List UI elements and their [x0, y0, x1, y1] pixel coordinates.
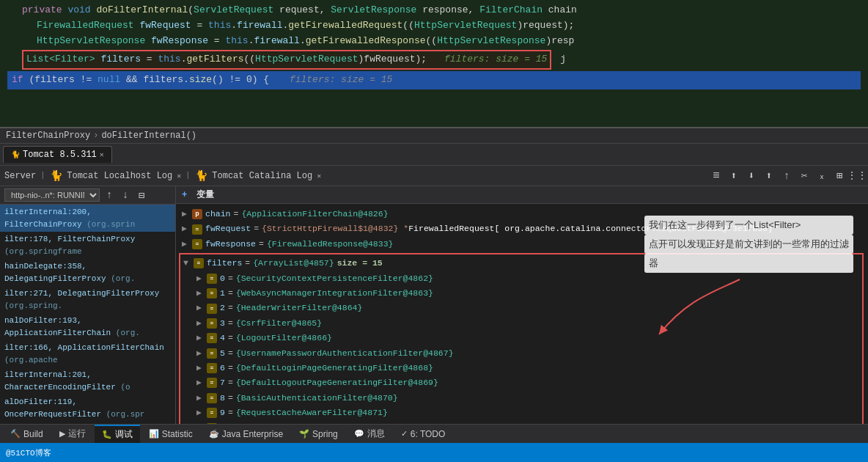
breadcrumb-sep1: › — [93, 131, 98, 141]
java-enterprise-label: Java Enterprise — [222, 429, 283, 439]
stack-frame-0[interactable]: ilterInternal:200, FilterChainProxy (org… — [0, 205, 175, 232]
bottom-tab-spring[interactable]: 🌱 Spring — [292, 427, 345, 441]
stack-frame-4[interactable]: nalDoFilter:193, ApplicationFilterChain … — [0, 313, 175, 340]
var-row-fwRequest[interactable]: ▶ = fwRequest = {StrictHttpFirewall$1@48… — [176, 221, 868, 236]
var-name-chain: chain — [205, 208, 231, 221]
main-tab-close[interactable]: ✕ — [100, 150, 104, 159]
var-row-f5[interactable]: ▶ = 5 = {UsernamePasswordAuthenticationF… — [182, 346, 861, 361]
var-icon-fwRequest: = — [192, 224, 202, 235]
var-toggle-fwRequest[interactable]: ▶ — [182, 222, 192, 235]
run-icon: ▶ — [59, 429, 65, 439]
var-icon-fwResponse: = — [192, 239, 202, 249]
messages-label: 消息 — [367, 428, 385, 440]
download-icon[interactable]: ⬇ — [745, 169, 758, 183]
vars-header: + 变量 — [176, 186, 868, 204]
debug-icon: 🐛 — [102, 430, 112, 439]
up-arrow-icon[interactable]: ↑ — [103, 188, 116, 202]
export-icon[interactable]: ⬆ — [727, 169, 740, 183]
var-eq-fwResponse: = — [259, 238, 264, 251]
var-icon-chain: p — [192, 209, 202, 219]
var-toggle-fwResponse[interactable]: ▶ — [182, 238, 192, 251]
vars-panel: + 变量 ▶ p chain = {ApplicationFilterChain… — [176, 186, 868, 462]
subscript-icon[interactable]: ₓ — [815, 169, 828, 183]
bottom-tab-statistic[interactable]: 📊 Statistic — [141, 427, 200, 441]
build-label: Build — [23, 429, 43, 439]
stack-frame-3[interactable]: ilter:271, DelegatingFilterProxy (org.sp… — [0, 286, 175, 313]
down-arrow-icon[interactable]: ↓ — [119, 188, 132, 202]
tomcat-icon: 🐈 — [11, 150, 20, 159]
run-label: 运行 — [68, 428, 86, 440]
var-row-f2[interactable]: ▶ = 2 = {HeaderWriterFilter@4864} — [182, 301, 861, 315]
stack-frame-1[interactable]: ilter:178, FilterChainProxy (org.springf… — [0, 232, 175, 259]
main-wrapper: private void doFilterInternal(ServletReq… — [0, 0, 868, 462]
var-row-f8[interactable]: ▶ = 8 = {BasicAuthenticationFilter@4870} — [182, 391, 861, 406]
var-row-filters[interactable]: ▼ = filters = {ArrayList@4857} size = 15 — [182, 256, 861, 271]
var-eq-fwRequest: = — [254, 222, 259, 235]
var-row-chain[interactable]: ▶ p chain = {ApplicationFilterChain@4826… — [176, 207, 868, 221]
tab-catalina-log[interactable]: Tomcat Catalina Log — [212, 171, 312, 181]
tab-localhost-log[interactable]: Tomcat Localhost Log — [67, 171, 172, 181]
code-line-1: private void doFilterInternal(ServletReq… — [7, 3, 861, 18]
code-area: private void doFilterInternal(ServletReq… — [0, 0, 868, 128]
tab3-close[interactable]: ✕ — [317, 172, 321, 180]
var-row-fwResponse[interactable]: ▶ = fwResponse = {FirewalledResponse@483… — [176, 237, 868, 252]
bottom-tab-messages[interactable]: 💬 消息 — [347, 425, 392, 442]
code-line-3: HttpServletResponse fwResponse = this.fi… — [7, 34, 861, 49]
var-row-f3[interactable]: ▶ = 3 = {CsrfFilter@4865} — [182, 316, 861, 331]
stack-frame-5[interactable]: ilter:166, ApplicationFilterChain (org.a… — [0, 340, 175, 367]
main-tab-label: Tomcat 8.5.311 — [23, 150, 97, 160]
stack-frame-6[interactable]: ilterInternal:201, CharacterEncodingFilt… — [0, 367, 175, 395]
spring-label: Spring — [312, 429, 338, 439]
filter-icon[interactable]: ⊟ — [135, 188, 148, 202]
code-line-4-wrapper: List<Filter> filters = this.getFilters((… — [7, 50, 861, 70]
bottom-tabs: 🔨 Build ▶ 运行 🐛 调试 📊 Statistic ☕ Java Ent… — [0, 424, 868, 443]
var-row-f7[interactable]: ▶ = 7 = {DefaultLogoutPageGeneratingFilt… — [182, 375, 861, 390]
left-panel: http-nio-..n*: RUNNING ↑ ↓ ⊟ ilterIntern… — [0, 186, 176, 462]
kw-private: private — [22, 4, 67, 15]
stack-frame-2[interactable]: hainDelegate:358, DelegatingFilterProxy … — [0, 259, 175, 286]
content-area: private void doFilterInternal(ServletReq… — [0, 0, 868, 462]
var-row-f9[interactable]: ▶ = 9 = {RequestCacheAwareFilter@4871} — [182, 406, 861, 420]
vars-plus-icon[interactable]: + — [182, 190, 187, 200]
var-row-f4[interactable]: ▶ = 4 = {LogoutFilter@4866} — [182, 331, 861, 345]
var-row-f1[interactable]: ▶ = 1 = {WebAsyncManagerIntegrationFilte… — [182, 286, 861, 301]
table-icon[interactable]: ⊞ — [833, 169, 846, 183]
align-icon[interactable]: ≡ — [710, 169, 723, 183]
thread-dropdown[interactable]: http-nio-..n*: RUNNING — [4, 188, 100, 202]
todo-label: 6: TODO — [411, 429, 446, 439]
breadcrumb-part1: FilterChainProxy — [6, 131, 90, 141]
kw-void: void — [67, 4, 96, 15]
var-size-filters: size = 15 — [337, 257, 383, 270]
breadcrumb-part2: doFilterInternal() — [101, 131, 196, 141]
bottom-tab-build[interactable]: 🔨 Build — [3, 427, 51, 441]
tab2-close[interactable]: ✕ — [177, 172, 181, 180]
grid-icon[interactable]: ⋮⋮ — [850, 169, 864, 183]
messages-icon: 💬 — [354, 429, 364, 439]
tab2-icon: 🐈 — [49, 169, 62, 183]
var-name-filters: filters — [207, 257, 242, 270]
statistic-icon: 📊 — [149, 429, 159, 439]
status-context[interactable]: @51CTO博客 — [6, 447, 51, 458]
var-toggle-filters[interactable]: ▼ — [183, 257, 194, 270]
upload-icon[interactable]: ⬆ — [762, 169, 776, 183]
up-icon[interactable]: ↑ — [780, 169, 793, 183]
var-val-chain: {ApplicationFilterChain@4826} — [241, 208, 388, 221]
bottom-tab-java-enterprise[interactable]: ☕ Java Enterprise — [202, 427, 290, 441]
var-icon-filters: = — [194, 258, 204, 268]
left-panel-header: http-nio-..n*: RUNNING ↑ ↓ ⊟ — [0, 186, 175, 205]
var-name-fwRequest: fwRequest — [205, 222, 251, 235]
code-line-4-highlight: List<Filter> filters = this.getFilters((… — [22, 50, 551, 70]
bottom-tab-run[interactable]: ▶ 运行 — [52, 425, 93, 442]
tab3-icon: 🐈 — [194, 169, 207, 183]
stack-frame-7[interactable]: alDoFilter:119, OncePerRequestFilter (or… — [0, 395, 175, 422]
main-tab[interactable]: 🐈 Tomcat 8.5.311 ✕ — [3, 146, 112, 163]
var-toggle-chain[interactable]: ▶ — [182, 208, 192, 221]
method-name: doFilterInternal — [96, 4, 188, 15]
var-row-f6[interactable]: ▶ = 6 = {DefaultLoginPageGeneratingFilte… — [182, 361, 861, 375]
tab-server[interactable]: Server — [4, 171, 36, 181]
bottom-tab-todo[interactable]: ✓ 6: TODO — [394, 427, 453, 441]
var-row-f0[interactable]: ▶ = 0 = {SecurityContextPersistenceFilte… — [182, 271, 861, 286]
debug-area: http-nio-..n*: RUNNING ↑ ↓ ⊟ ilterIntern… — [0, 186, 868, 462]
cut-icon[interactable]: ✂ — [798, 169, 811, 183]
bottom-tab-debug[interactable]: 🐛 调试 — [95, 425, 140, 443]
